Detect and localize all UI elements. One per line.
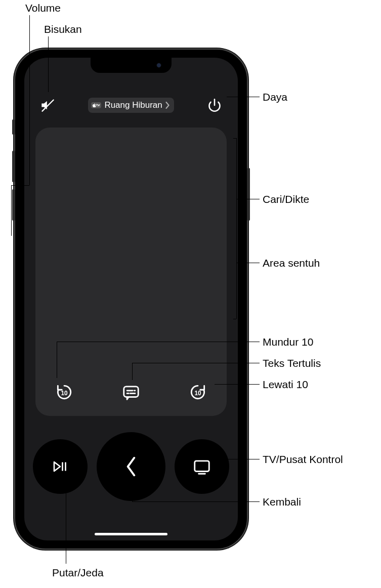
- leader: [236, 138, 237, 319]
- mute-icon: [40, 98, 55, 112]
- leader: [132, 501, 260, 502]
- svg-rect-3: [124, 387, 139, 397]
- leader: [227, 97, 260, 97]
- power-icon: [207, 98, 222, 112]
- label-captions: Teks Tertulis: [263, 357, 321, 369]
- notch: [91, 58, 172, 73]
- play-pause-button[interactable]: [33, 439, 88, 494]
- power-button[interactable]: [205, 96, 224, 114]
- phone-screen: tv Ruang Hiburan: [24, 58, 238, 540]
- svg-text:10: 10: [194, 390, 201, 397]
- leader: [11, 185, 29, 186]
- leader: [233, 319, 236, 319]
- apple-logo-icon: [93, 103, 96, 107]
- tv-control-center-button[interactable]: [175, 439, 229, 494]
- label-tv-control-center: TV/Pusat Kontrol: [263, 453, 343, 466]
- leader: [132, 487, 133, 501]
- svg-marker-9: [54, 462, 60, 471]
- leader: [66, 483, 66, 564]
- leader: [215, 384, 260, 385]
- physical-volume-down: [12, 189, 15, 221]
- svg-rect-12: [195, 461, 209, 472]
- device-label: Ruang Hiburan: [104, 100, 162, 110]
- label-rewind10: Mundur 10: [263, 336, 313, 348]
- forward-10-icon: 10: [188, 383, 207, 402]
- front-camera: [156, 63, 161, 68]
- physical-mute-switch: [12, 119, 15, 135]
- leader: [57, 342, 57, 378]
- touch-area[interactable]: 10 1: [35, 128, 227, 416]
- svg-text:10: 10: [61, 390, 68, 397]
- chevron-right-icon: [165, 102, 170, 109]
- label-skip10: Lewati 10: [263, 379, 308, 391]
- label-back: Kembali: [263, 496, 301, 508]
- leader: [236, 263, 260, 263]
- header-row: tv Ruang Hiburan: [24, 96, 238, 114]
- home-indicator[interactable]: [95, 533, 167, 535]
- label-search-dictate: Cari/Dikte: [263, 193, 309, 205]
- touch-footer-row: 10 1: [35, 379, 227, 406]
- label-play-pause: Putar/Jeda: [52, 567, 104, 579]
- label-mute: Bisukan: [44, 23, 82, 35]
- bottom-controls-row: [24, 432, 238, 501]
- tv-screen-icon: [192, 457, 211, 476]
- device-selector[interactable]: tv Ruang Hiburan: [88, 98, 174, 113]
- rewind-10-icon: 10: [55, 383, 74, 402]
- physical-volume-up: [12, 151, 15, 182]
- label-volume: Volume: [25, 2, 61, 14]
- leader: [132, 363, 133, 380]
- physical-side-button: [247, 168, 250, 221]
- leader: [48, 36, 49, 92]
- label-touch-area: Area sentuh: [263, 257, 320, 269]
- leader: [57, 342, 260, 342]
- phone-frame: tv Ruang Hiburan: [14, 49, 248, 550]
- leader: [132, 363, 260, 363]
- leader: [11, 185, 12, 236]
- mute-button[interactable]: [38, 96, 57, 114]
- leader: [224, 459, 260, 459]
- back-button[interactable]: [97, 432, 165, 501]
- captions-icon: [121, 383, 141, 402]
- play-pause-icon: [51, 457, 69, 476]
- tv-badge-text: tv: [96, 103, 100, 107]
- back-chevron-icon: [123, 455, 139, 478]
- forward-10-button[interactable]: 10: [184, 379, 211, 406]
- label-power: Daya: [263, 91, 287, 103]
- apple-tv-badge: tv: [91, 102, 101, 108]
- rewind-10-button[interactable]: 10: [51, 379, 78, 406]
- leader: [236, 199, 260, 199]
- leader: [233, 138, 236, 139]
- captions-button[interactable]: [117, 379, 145, 406]
- leader: [29, 15, 30, 185]
